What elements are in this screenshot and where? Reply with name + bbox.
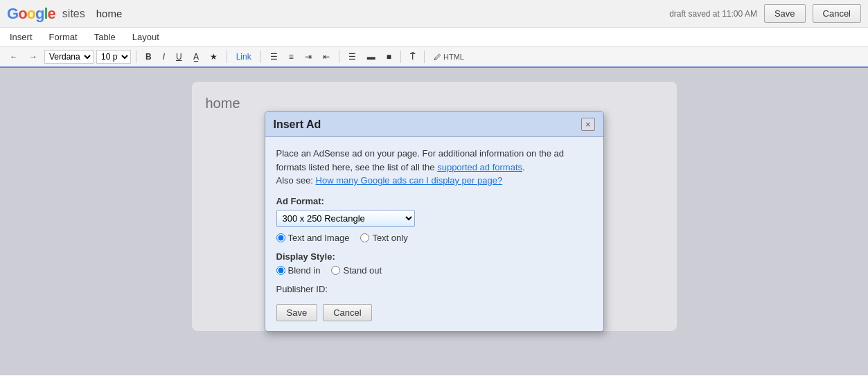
text-and-image-label: Text and Image bbox=[288, 233, 350, 243]
dialog-title: Insert Ad bbox=[274, 118, 321, 131]
ordered-list-button[interactable]: ☰ bbox=[266, 50, 282, 64]
dialog-body: Place an AdSense ad on your page. For ad… bbox=[265, 137, 603, 331]
save-button[interactable]: Save bbox=[764, 4, 806, 23]
top-bar: Google sites home draft saved at 11:00 A… bbox=[0, 0, 868, 28]
sites-label: sites bbox=[62, 8, 85, 20]
cancel-button[interactable]: Cancel bbox=[813, 4, 861, 23]
menu-table[interactable]: Table bbox=[91, 30, 118, 44]
draft-saved-text: draft saved at 11:00 AM bbox=[669, 9, 757, 19]
text-and-image-radio-input[interactable] bbox=[276, 233, 285, 242]
underline-button[interactable]: U bbox=[172, 50, 186, 64]
toolbar-sep-3 bbox=[260, 51, 261, 63]
text-only-label: Text only bbox=[372, 233, 407, 243]
main-area: home Insert Ad × Place an AdSense ad on … bbox=[0, 68, 868, 375]
link-button[interactable]: Link bbox=[232, 50, 256, 64]
font-family-select[interactable]: Verdana bbox=[44, 50, 94, 64]
dialog-also-see: Also see: bbox=[276, 175, 316, 186]
text-and-image-radio[interactable]: Text and Image bbox=[276, 233, 350, 243]
insert-ad-dialog: Insert Ad × Place an AdSense ad on your … bbox=[265, 111, 604, 332]
dialog-cancel-button[interactable]: Cancel bbox=[323, 304, 371, 321]
stand-out-radio[interactable]: Stand out bbox=[331, 265, 382, 276]
undo-button[interactable]: ← bbox=[6, 50, 22, 64]
publisher-id-label: Publisher ID: bbox=[276, 284, 592, 294]
toolbar: ← → Verdana 10 pt B I U A̲ ★ Link ☰ ≡ ⇥ … bbox=[0, 47, 868, 68]
align-right-button[interactable]: ■ bbox=[382, 50, 396, 64]
dialog-desc-part2: . bbox=[522, 162, 525, 172]
strikethrough-button[interactable]: T̄ bbox=[406, 50, 419, 64]
toolbar-sep-6 bbox=[424, 51, 425, 63]
dialog-description: Place an AdSense ad on your page. For ad… bbox=[276, 147, 592, 188]
unordered-list-button[interactable]: ≡ bbox=[285, 50, 298, 64]
how-many-ads-link[interactable]: How many Google ads can I display per pa… bbox=[316, 175, 503, 186]
text-only-radio-input[interactable] bbox=[360, 233, 369, 242]
logo-o2: o bbox=[27, 5, 35, 23]
dialog-close-button[interactable]: × bbox=[581, 118, 595, 131]
menu-layout[interactable]: Layout bbox=[130, 30, 162, 44]
indent-button[interactable]: ⇥ bbox=[301, 50, 316, 64]
stand-out-radio-input[interactable] bbox=[331, 266, 340, 275]
font-size-select[interactable]: 10 pt bbox=[96, 50, 131, 64]
ad-type-radio-group: Text and Image Text only bbox=[276, 233, 592, 243]
display-style-radio-group: Blend in Stand out bbox=[276, 265, 592, 276]
top-bar-left: Google sites home bbox=[7, 5, 122, 23]
dialog-footer: Save Cancel bbox=[276, 304, 592, 321]
italic-button[interactable]: I bbox=[159, 50, 169, 64]
font-color-button[interactable]: A̲ bbox=[189, 50, 203, 64]
bold-button[interactable]: B bbox=[141, 50, 156, 64]
dialog-save-button[interactable]: Save bbox=[276, 304, 318, 321]
logo-g: G bbox=[7, 5, 18, 23]
logo-e: e bbox=[48, 5, 55, 23]
menu-bar: Insert Format Table Layout bbox=[0, 28, 868, 47]
logo-g2: g bbox=[35, 5, 44, 23]
blend-in-radio-input[interactable] bbox=[276, 266, 285, 275]
ad-format-label: Ad Format: bbox=[276, 196, 592, 206]
stand-out-label: Stand out bbox=[343, 265, 382, 276]
redo-button[interactable]: → bbox=[25, 50, 42, 64]
align-center-button[interactable]: ▬ bbox=[363, 50, 380, 64]
text-only-radio[interactable]: Text only bbox=[360, 233, 407, 243]
toolbar-sep-5 bbox=[400, 51, 401, 63]
ad-format-select-container: 300 x 250 Rectangle 728 x 90 Leaderboard… bbox=[276, 210, 592, 227]
toolbar-sep-4 bbox=[339, 51, 339, 63]
menu-format[interactable]: Format bbox=[46, 30, 80, 44]
blend-in-label: Blend in bbox=[288, 265, 321, 276]
dialog-title-bar: Insert Ad × bbox=[265, 112, 603, 137]
toolbar-sep-1 bbox=[136, 51, 136, 63]
google-logo: Google bbox=[7, 5, 55, 23]
modal-overlay: Insert Ad × Place an AdSense ad on your … bbox=[0, 68, 868, 375]
outdent-button[interactable]: ⇤ bbox=[319, 50, 334, 64]
highlight-button[interactable]: ★ bbox=[206, 50, 222, 64]
logo-o1: o bbox=[18, 5, 26, 23]
align-left-button[interactable]: ☰ bbox=[344, 50, 360, 64]
supported-ad-formats-link[interactable]: supported ad formats bbox=[437, 162, 522, 172]
ad-format-dropdown[interactable]: 300 x 250 Rectangle 728 x 90 Leaderboard… bbox=[276, 210, 415, 227]
html-button[interactable]: 🖉 HTML bbox=[429, 51, 468, 63]
page-title: home bbox=[96, 8, 123, 19]
blend-in-radio[interactable]: Blend in bbox=[276, 265, 321, 276]
top-bar-right: draft saved at 11:00 AM Save Cancel bbox=[669, 4, 861, 23]
menu-insert[interactable]: Insert bbox=[7, 30, 35, 44]
toolbar-sep-2 bbox=[227, 51, 227, 63]
display-style-label: Display Style: bbox=[276, 251, 592, 262]
